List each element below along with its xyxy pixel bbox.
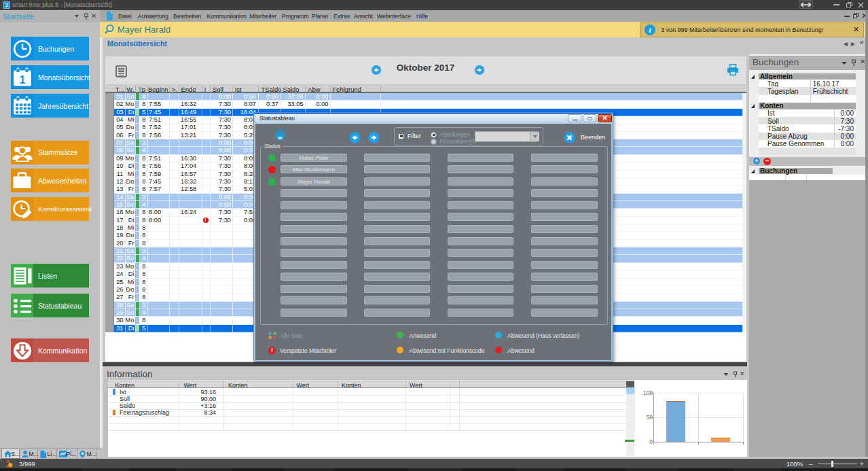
svg-text:1: 1 xyxy=(19,74,25,86)
